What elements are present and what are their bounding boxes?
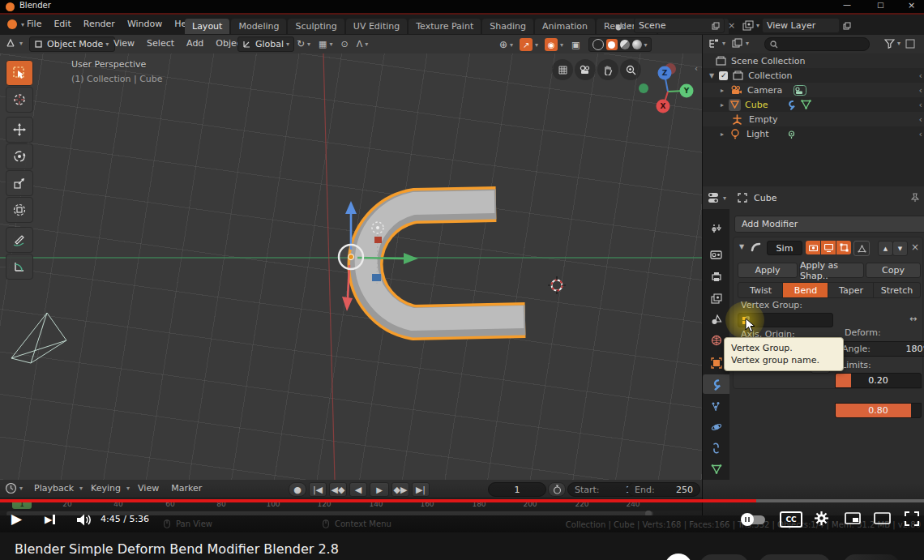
transform-orientation-dropdown[interactable]: Global ▾ <box>237 36 294 52</box>
workspace-tab-layout[interactable]: Layout <box>185 19 229 34</box>
expand-icon[interactable]: ▸ <box>721 130 724 138</box>
rendered-shading-icon[interactable] <box>632 40 642 49</box>
tab-constraints[interactable] <box>703 438 729 458</box>
unlink-scene-icon[interactable]: × <box>728 20 735 31</box>
tab-physics[interactable] <box>703 417 729 437</box>
pivot-point-icon[interactable]: ↻ <box>297 38 305 49</box>
theater-mode-icon[interactable] <box>874 512 891 524</box>
hide-eye-icon[interactable]: ‹ <box>919 114 922 125</box>
modifier-cage-toggle[interactable] <box>853 241 870 256</box>
viewport-3d[interactable] <box>0 53 702 480</box>
menu-keying[interactable]: Keying <box>91 483 121 494</box>
jump-to-end-button[interactable]: ▶| <box>412 482 430 497</box>
menu-add[interactable]: Add <box>186 38 203 49</box>
solid-shading-icon[interactable] <box>606 39 618 50</box>
tab-view-layer[interactable] <box>703 289 729 308</box>
outliner-row-cube[interactable]: ▸ Cube ‹ <box>703 97 924 112</box>
blender-menu-chevron-icon[interactable]: ▾ <box>21 21 24 28</box>
modifier-move-down-button[interactable]: ▼ <box>892 241 908 256</box>
mode-dropdown[interactable]: Object Mode ▾ <box>29 36 115 52</box>
fullscreen-icon[interactable] <box>905 511 919 526</box>
prev-keyframe-button[interactable]: ◀◆ <box>329 482 347 497</box>
hide-eye-icon[interactable]: ‹ <box>919 100 922 110</box>
workspace-tab-shading[interactable]: Shading <box>482 19 533 34</box>
mode-bend-button[interactable]: Bend <box>782 282 829 298</box>
jump-to-start-button[interactable]: |◀ <box>309 482 327 497</box>
expand-icon[interactable]: ▼ <box>709 72 714 79</box>
wireframe-shading-icon[interactable] <box>592 39 604 50</box>
hide-eye-icon[interactable]: ‹ <box>919 129 922 139</box>
tab-modifiers[interactable] <box>703 374 729 394</box>
properties-editor-icon[interactable] <box>708 192 721 203</box>
channel-avatar[interactable] <box>665 554 692 560</box>
workspace-tab-animation[interactable]: Animation <box>535 19 595 34</box>
tool-rotate[interactable] <box>6 143 33 169</box>
menu-select[interactable]: Select <box>147 38 174 49</box>
copy-button[interactable]: Copy <box>866 263 921 278</box>
play-button-timeline[interactable]: ▶ <box>370 482 389 497</box>
modifier-render-toggle[interactable] <box>806 241 820 254</box>
tool-select-box[interactable] <box>6 60 33 86</box>
material-preview-icon[interactable] <box>620 40 630 49</box>
modifier-delete-icon[interactable]: × <box>911 242 919 253</box>
hide-eye-icon[interactable]: ‹ <box>919 85 922 96</box>
proportional-toggle[interactable]: ◉▾ <box>545 38 563 51</box>
gizmos-dropdown[interactable]: ⊕▾ <box>499 39 513 50</box>
modifier-name-field[interactable]: Sim <box>767 241 802 255</box>
menu-render[interactable]: Render <box>83 19 115 29</box>
mode-twist-button[interactable]: Twist <box>738 282 784 298</box>
menu-view[interactable]: View <box>113 38 135 49</box>
scene-name-field[interactable]: Scene <box>634 18 725 33</box>
filter-chevron-icon[interactable]: ▾ <box>897 40 900 47</box>
view-layer-chevron-icon[interactable]: ▾ <box>756 22 759 29</box>
outliner-row-empty[interactable]: Empty ‹ <box>703 112 924 126</box>
properties-editor-chevron-icon[interactable]: ▾ <box>723 195 726 202</box>
collection-checkbox[interactable]: ✓ <box>719 71 728 80</box>
workspace-tab-uv-editing[interactable]: UV Editing <box>346 19 407 34</box>
tab-render[interactable] <box>703 245 729 264</box>
expand-icon[interactable]: ▸ <box>721 87 724 94</box>
add-modifier-dropdown[interactable]: Add Modifier <box>734 216 924 233</box>
new-scene-icon[interactable] <box>712 22 720 30</box>
outliner-row-camera[interactable]: ▸ Camera ‹ <box>703 83 924 97</box>
xray-toggle-icon[interactable]: ▣ <box>571 40 580 50</box>
outliner-row-light[interactable]: ▸ Light ‹ <box>703 126 924 141</box>
close-icon[interactable]: × <box>908 0 915 11</box>
modifier-viewport-toggle[interactable] <box>821 241 836 254</box>
outliner-row-collection[interactable]: ▼ ✓ Collection ‹ <box>703 68 924 83</box>
play-button[interactable]: ▶ <box>11 511 22 527</box>
pan-view-button[interactable] <box>597 59 618 80</box>
outliner-search-input[interactable] <box>764 37 870 51</box>
captions-button[interactable]: CC <box>780 511 802 528</box>
menu-file[interactable]: File <box>27 19 41 29</box>
tab-object-data[interactable] <box>703 460 729 479</box>
filter-type-chevron-icon[interactable]: ▾ <box>746 40 749 47</box>
workspace-tab-sculpting[interactable]: Sculpting <box>288 19 344 34</box>
expand-icon[interactable]: ▸ <box>721 101 724 109</box>
editor-type-icon[interactable] <box>5 37 17 49</box>
scene-chevron-icon[interactable]: ▾ <box>628 22 631 29</box>
limit-high-slider[interactable]: 0.80 <box>835 403 922 418</box>
tab-particles[interactable] <box>703 396 729 416</box>
hide-eye-icon[interactable]: ‹ <box>919 71 922 81</box>
maximize-icon[interactable]: □ <box>877 1 884 9</box>
mode-stretch-button[interactable]: Stretch <box>873 282 921 298</box>
modifier-editmode-toggle[interactable] <box>836 241 851 254</box>
apply-as-shape-button[interactable]: Apply as Shap.. <box>799 263 864 278</box>
modifier-expand-icon[interactable]: ▼ <box>739 243 744 250</box>
player-progress-bar[interactable] <box>0 499 924 502</box>
apply-button[interactable]: Apply <box>738 263 798 278</box>
current-frame-field[interactable]: 1 <box>488 482 546 497</box>
volume-icon[interactable] <box>76 514 92 526</box>
outliner-row-scene-collection[interactable]: Scene Collection <box>703 53 924 68</box>
menu-view-timeline[interactable]: View <box>138 483 159 494</box>
snap-target-icon[interactable]: ▦ <box>319 39 327 49</box>
pin-icon[interactable] <box>911 193 919 203</box>
angle-field[interactable]: Angle: 180° <box>835 341 924 357</box>
record-button[interactable]: ● <box>289 482 306 497</box>
menu-playback[interactable]: Playback <box>34 483 74 494</box>
prev-frame-button[interactable]: ◀ <box>349 482 367 497</box>
editor-type-chevron-icon[interactable]: ▾ <box>19 40 23 47</box>
miniplayer-icon[interactable] <box>845 512 861 524</box>
minimize-icon[interactable]: — <box>843 0 851 9</box>
